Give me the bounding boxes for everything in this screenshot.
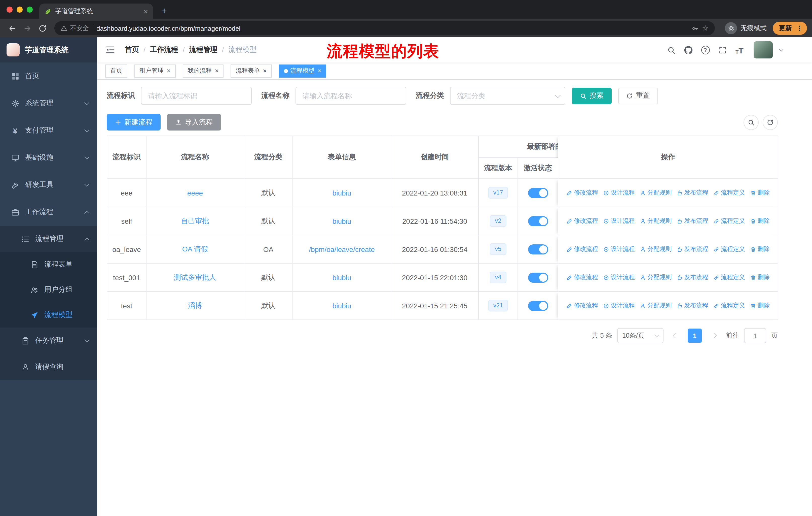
fullscreen-icon[interactable] bbox=[717, 45, 727, 55]
breadcrumb-item-workflow[interactable]: 工作流程 bbox=[150, 45, 178, 54]
toggle-search-button[interactable] bbox=[744, 115, 759, 130]
sidebar-item-process-management[interactable]: 流程管理 bbox=[0, 226, 97, 252]
help-icon[interactable]: ? bbox=[700, 45, 710, 55]
action-modify-link[interactable]: 修改流程 bbox=[566, 273, 598, 282]
form-info-link[interactable]: biubiu bbox=[332, 217, 351, 225]
action-modify-link[interactable]: 修改流程 bbox=[566, 245, 598, 253]
sidebar-item-task-management[interactable]: 任务管理 bbox=[0, 328, 97, 354]
action-design-link[interactable]: 设计流程 bbox=[603, 245, 635, 253]
key-icon[interactable] bbox=[691, 24, 698, 32]
reload-button[interactable] bbox=[35, 21, 49, 35]
action-definition-link[interactable]: 流程定义 bbox=[713, 245, 745, 253]
action-delete-link[interactable]: 删除 bbox=[750, 245, 770, 253]
version-badge[interactable]: v17 bbox=[488, 187, 508, 198]
active-toggle[interactable] bbox=[528, 244, 548, 254]
update-button[interactable]: 更新 ⋮ bbox=[773, 22, 807, 35]
search-button[interactable]: 搜索 bbox=[572, 87, 612, 104]
sidebar-item-home[interactable]: 首页 bbox=[0, 62, 97, 90]
version-badge[interactable]: v4 bbox=[490, 271, 506, 283]
new-tab-button[interactable]: + bbox=[157, 4, 171, 18]
tag-close-icon[interactable]: × bbox=[215, 67, 219, 75]
window-zoom-button[interactable] bbox=[27, 6, 33, 12]
sidebar-item-payment[interactable]: ¥ 支付管理 bbox=[0, 117, 97, 144]
sidebar-item-leave-query[interactable]: 请假查询 bbox=[0, 354, 97, 380]
breadcrumb-item-home[interactable]: 首页 bbox=[125, 45, 139, 54]
tag-process-model[interactable]: 流程模型 × bbox=[279, 64, 326, 77]
prev-page-button[interactable] bbox=[669, 329, 683, 343]
version-badge[interactable]: v2 bbox=[490, 215, 506, 227]
sidebar-logo[interactable]: 芋道管理系统 bbox=[0, 37, 97, 62]
version-badge[interactable]: v5 bbox=[490, 243, 506, 255]
action-modify-link[interactable]: 修改流程 bbox=[566, 217, 598, 225]
tag-process-form[interactable]: 流程表单 × bbox=[231, 64, 271, 77]
action-definition-link[interactable]: 流程定义 bbox=[713, 217, 745, 225]
tag-close-icon[interactable]: × bbox=[318, 67, 321, 75]
browser-menu-icon[interactable]: ⋮ bbox=[796, 24, 803, 32]
bookmark-star-icon[interactable]: ☆ bbox=[702, 24, 709, 33]
action-publish-link[interactable]: 发布流程 bbox=[676, 245, 708, 253]
action-delete-link[interactable]: 删除 bbox=[750, 273, 770, 282]
active-toggle[interactable] bbox=[528, 216, 548, 226]
process-name-link[interactable]: OA 请假 bbox=[182, 245, 208, 253]
forward-button[interactable] bbox=[20, 21, 34, 35]
action-modify-link[interactable]: 修改流程 bbox=[566, 188, 598, 197]
sidebar-item-workflow[interactable]: 工作流程 bbox=[0, 198, 97, 226]
sidebar-item-process-model[interactable]: 流程模型 bbox=[0, 302, 97, 328]
sidebar-item-devtools[interactable]: 研发工具 bbox=[0, 171, 97, 198]
window-minimize-button[interactable] bbox=[17, 6, 23, 12]
action-assign-link[interactable]: 分配规则 bbox=[640, 188, 671, 197]
breadcrumb-item-process-management[interactable]: 流程管理 bbox=[189, 45, 218, 54]
sidebar-item-user-group[interactable]: 用户分组 bbox=[0, 277, 97, 302]
browser-tab[interactable]: 芋道管理系统 × bbox=[39, 3, 153, 19]
tag-my-process[interactable]: 我的流程 × bbox=[182, 64, 224, 77]
user-avatar[interactable] bbox=[754, 41, 773, 58]
action-publish-link[interactable]: 发布流程 bbox=[676, 188, 708, 197]
action-publish-link[interactable]: 发布流程 bbox=[676, 273, 708, 282]
refresh-table-button[interactable] bbox=[763, 115, 778, 130]
action-assign-link[interactable]: 分配规则 bbox=[640, 245, 671, 253]
form-info-link[interactable]: /bpm/oa/leave/create bbox=[309, 245, 375, 253]
action-modify-link[interactable]: 修改流程 bbox=[566, 301, 598, 310]
import-process-button[interactable]: 导入流程 bbox=[167, 114, 221, 131]
process-name-link[interactable]: 自己审批 bbox=[181, 216, 209, 224]
reset-button[interactable]: 重置 bbox=[618, 87, 658, 104]
active-toggle[interactable] bbox=[528, 272, 548, 282]
address-bar[interactable]: 不安全 dashboard.yudao.iocoder.cn/bpm/manag… bbox=[54, 21, 715, 35]
active-toggle[interactable] bbox=[528, 188, 548, 198]
form-info-link[interactable]: biubiu bbox=[332, 273, 351, 281]
github-icon[interactable] bbox=[683, 45, 693, 55]
font-size-icon[interactable]: TT bbox=[734, 45, 745, 55]
back-button[interactable] bbox=[5, 21, 19, 35]
version-badge[interactable]: v21 bbox=[488, 300, 508, 311]
action-delete-link[interactable]: 删除 bbox=[750, 188, 770, 197]
sidebar-item-infrastructure[interactable]: 基础设施 bbox=[0, 144, 97, 171]
action-design-link[interactable]: 设计流程 bbox=[603, 188, 635, 197]
goto-page-input[interactable] bbox=[744, 328, 766, 343]
action-assign-link[interactable]: 分配规则 bbox=[640, 301, 671, 310]
action-design-link[interactable]: 设计流程 bbox=[603, 301, 635, 310]
tag-home[interactable]: 首页 bbox=[105, 64, 127, 77]
process-name-link[interactable]: 测试多审批人 bbox=[174, 273, 216, 281]
page-number-1[interactable]: 1 bbox=[688, 329, 702, 343]
window-close-button[interactable] bbox=[6, 6, 12, 12]
security-status[interactable]: 不安全 bbox=[60, 24, 89, 32]
tag-close-icon[interactable]: × bbox=[167, 67, 170, 75]
next-page-button[interactable] bbox=[707, 329, 721, 343]
tab-close-icon[interactable]: × bbox=[143, 7, 148, 16]
process-key-input[interactable] bbox=[141, 87, 252, 105]
action-publish-link[interactable]: 发布流程 bbox=[676, 301, 708, 310]
sidebar-item-process-form[interactable]: 流程表单 bbox=[0, 252, 97, 277]
action-definition-link[interactable]: 流程定义 bbox=[713, 301, 745, 310]
active-toggle[interactable] bbox=[528, 301, 548, 311]
form-info-link[interactable]: biubiu bbox=[332, 302, 351, 310]
action-definition-link[interactable]: 流程定义 bbox=[713, 273, 745, 282]
tag-close-icon[interactable]: × bbox=[263, 67, 266, 75]
action-design-link[interactable]: 设计流程 bbox=[603, 273, 635, 282]
search-icon[interactable] bbox=[666, 45, 676, 55]
category-select-input[interactable] bbox=[450, 87, 565, 105]
action-delete-link[interactable]: 删除 bbox=[750, 217, 770, 225]
page-size-select[interactable]: 10条/页 bbox=[617, 328, 664, 343]
action-assign-link[interactable]: 分配规则 bbox=[640, 273, 671, 282]
tag-tenant-management[interactable]: 租户管理 × bbox=[135, 64, 175, 77]
hamburger-button[interactable] bbox=[105, 44, 116, 55]
